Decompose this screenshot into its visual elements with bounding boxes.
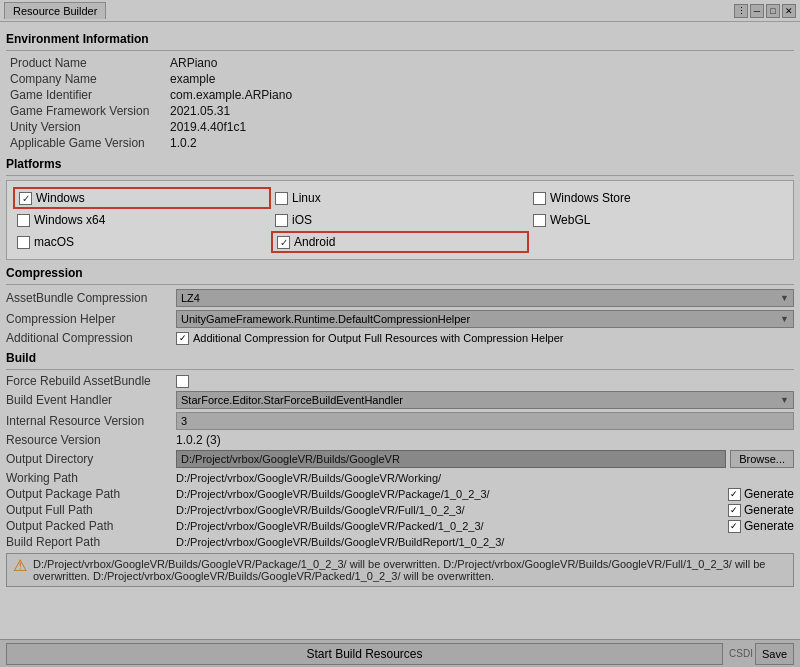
more-options-icon[interactable]: ⋮ xyxy=(734,4,748,18)
main-content: Environment Information Product Name ARP… xyxy=(0,22,800,639)
windows-x64-checkbox[interactable] xyxy=(17,214,30,227)
internal-resource-version-row: Internal Resource Version 3 xyxy=(6,412,794,430)
build-event-handler-dropdown[interactable]: StarForce.Editor.StarForceBuildEventHand… xyxy=(176,391,794,409)
output-full-generate-checkbox[interactable] xyxy=(728,504,741,517)
platform-windows-x64[interactable]: Windows x64 xyxy=(13,211,271,229)
output-full-path-row: Output Full Path D:/Project/vrbox/Google… xyxy=(6,503,794,517)
platform-label: Android xyxy=(294,235,335,249)
additional-compression-checkbox[interactable] xyxy=(176,332,189,345)
build-event-handler-label: Build Event Handler xyxy=(6,393,176,407)
bottom-bar: Start Build Resources CSDI Save xyxy=(0,639,800,667)
maximize-button[interactable]: □ xyxy=(766,4,780,18)
force-rebuild-checkbox[interactable] xyxy=(176,375,189,388)
output-package-generate-checkbox[interactable] xyxy=(728,488,741,501)
output-directory-row: Output Directory D:/Project/vrbox/Google… xyxy=(6,450,794,468)
compression-header: Compression xyxy=(6,266,794,280)
macos-checkbox[interactable] xyxy=(17,236,30,249)
build-event-handler-row: Build Event Handler StarForce.Editor.Sta… xyxy=(6,391,794,409)
platform-label: Windows xyxy=(36,191,85,205)
csdi-label: CSDI xyxy=(729,648,753,659)
env-info-table: Product Name ARPiano Company Name exampl… xyxy=(6,55,794,151)
title-tab[interactable]: Resource Builder xyxy=(4,2,106,19)
platform-empty xyxy=(529,231,787,253)
dropdown-arrow-icon: ▼ xyxy=(780,314,789,324)
output-directory-label: Output Directory xyxy=(6,452,176,466)
internal-resource-version-value[interactable]: 3 xyxy=(176,412,794,430)
field-label: Applicable Game Version xyxy=(6,135,166,151)
platform-windows-store[interactable]: Windows Store xyxy=(529,187,787,209)
force-rebuild-container xyxy=(176,375,189,388)
output-full-path-value: D:/Project/vrbox/GoogleVR/Builds/GoogleV… xyxy=(176,504,720,516)
save-button[interactable]: Save xyxy=(755,643,794,665)
platform-linux[interactable]: Linux xyxy=(271,187,529,209)
compression-helper-dropdown[interactable]: UnityGameFramework.Runtime.DefaultCompre… xyxy=(176,310,794,328)
platform-label: macOS xyxy=(34,235,74,249)
table-row: Product Name ARPiano xyxy=(6,55,794,71)
output-full-generate-container: Generate xyxy=(728,503,794,517)
field-value: 1.0.2 xyxy=(166,135,794,151)
additional-compression-label: Additional Compression xyxy=(6,331,176,345)
platform-android[interactable]: Android xyxy=(271,231,529,253)
output-packed-generate-container: Generate xyxy=(728,519,794,533)
assetbundle-compression-dropdown[interactable]: LZ4 ▼ xyxy=(176,289,794,307)
output-packed-path-label: Output Packed Path xyxy=(6,519,176,533)
field-label: Game Identifier xyxy=(6,87,166,103)
field-value: example xyxy=(166,71,794,87)
output-directory-input[interactable]: D:/Project/vrbox/GoogleVR/Builds/GoogleV… xyxy=(176,450,726,468)
internal-resource-version-label: Internal Resource Version xyxy=(6,414,176,428)
output-package-path-row: Output Package Path D:/Project/vrbox/Goo… xyxy=(6,487,794,501)
warning-box: ⚠ D:/Project/vrbox/GoogleVR/Builds/Googl… xyxy=(6,553,794,587)
additional-compression-text: Additional Compression for Output Full R… xyxy=(193,332,564,344)
field-label: Unity Version xyxy=(6,119,166,135)
field-value: ARPiano xyxy=(166,55,794,71)
platform-label: Windows x64 xyxy=(34,213,105,227)
table-row: Game Framework Version 2021.05.31 xyxy=(6,103,794,119)
linux-checkbox[interactable] xyxy=(275,192,288,205)
generate-label: Generate xyxy=(744,503,794,517)
warning-icon: ⚠ xyxy=(13,556,27,575)
browse-button[interactable]: Browse... xyxy=(730,450,794,468)
close-button[interactable]: ✕ xyxy=(782,4,796,18)
dropdown-arrow-icon: ▼ xyxy=(780,395,789,405)
webgl-checkbox[interactable] xyxy=(533,214,546,227)
platform-windows[interactable]: Windows xyxy=(13,187,271,209)
platform-label: iOS xyxy=(292,213,312,227)
platform-webgl[interactable]: WebGL xyxy=(529,211,787,229)
title-bar: Resource Builder ⋮ ─ □ ✕ xyxy=(0,0,800,22)
platform-macos[interactable]: macOS xyxy=(13,231,271,253)
additional-compression-row: Additional Compression Additional Compre… xyxy=(6,331,794,345)
build-report-path-label: Build Report Path xyxy=(6,535,176,549)
generate-label: Generate xyxy=(744,487,794,501)
field-value: 2019.4.40f1c1 xyxy=(166,119,794,135)
table-row: Game Identifier com.example.ARPiano xyxy=(6,87,794,103)
windows-checkbox[interactable] xyxy=(19,192,32,205)
windows-store-checkbox[interactable] xyxy=(533,192,546,205)
build-header: Build xyxy=(6,351,794,365)
platform-ios[interactable]: iOS xyxy=(271,211,529,229)
ios-checkbox[interactable] xyxy=(275,214,288,227)
platforms-header: Platforms xyxy=(6,157,794,171)
output-package-generate-container: Generate xyxy=(728,487,794,501)
table-row: Company Name example xyxy=(6,71,794,87)
compression-helper-value: UnityGameFramework.Runtime.DefaultCompre… xyxy=(181,313,470,325)
working-path-label: Working Path xyxy=(6,471,176,485)
build-event-handler-value: StarForce.Editor.StarForceBuildEventHand… xyxy=(181,394,403,406)
resource-version-value: 1.0.2 (3) xyxy=(176,433,221,447)
start-build-button[interactable]: Start Build Resources xyxy=(6,643,723,665)
assetbundle-compression-row: AssetBundle Compression LZ4 ▼ xyxy=(6,289,794,307)
output-full-path-label: Output Full Path xyxy=(6,503,176,517)
env-info-header: Environment Information xyxy=(6,32,794,46)
minimize-button[interactable]: ─ xyxy=(750,4,764,18)
resource-version-row: Resource Version 1.0.2 (3) xyxy=(6,433,794,447)
build-report-path-value: D:/Project/vrbox/GoogleVR/Builds/GoogleV… xyxy=(176,536,794,548)
platforms-grid: Windows Linux Windows Store Windows x64 … xyxy=(13,187,787,253)
generate-label: Generate xyxy=(744,519,794,533)
output-packed-generate-checkbox[interactable] xyxy=(728,520,741,533)
table-row: Applicable Game Version 1.0.2 xyxy=(6,135,794,151)
working-path-row: Working Path D:/Project/vrbox/GoogleVR/B… xyxy=(6,471,794,485)
field-label: Game Framework Version xyxy=(6,103,166,119)
field-value: com.example.ARPiano xyxy=(166,87,794,103)
dropdown-arrow-icon: ▼ xyxy=(780,293,789,303)
output-package-path-value: D:/Project/vrbox/GoogleVR/Builds/GoogleV… xyxy=(176,488,720,500)
android-checkbox[interactable] xyxy=(277,236,290,249)
